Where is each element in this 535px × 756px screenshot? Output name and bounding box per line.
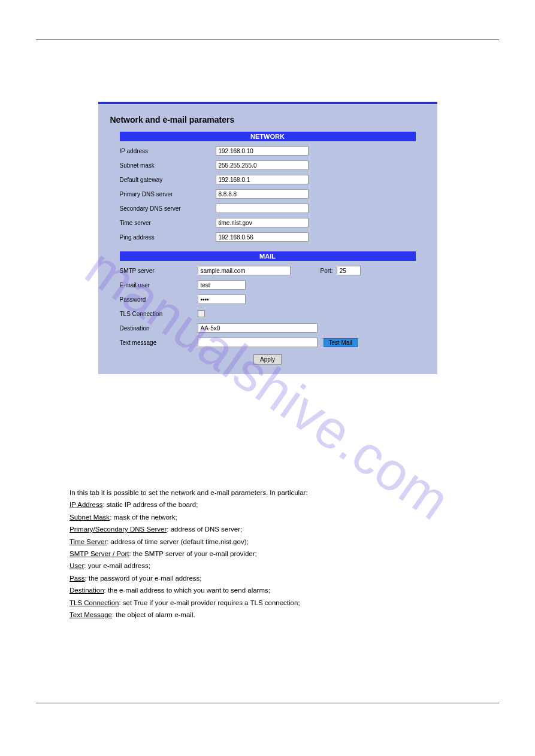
row-ip: IP address bbox=[120, 145, 416, 157]
desc-item-8: TLS Connection: set True if your e-mail … bbox=[69, 597, 481, 608]
section-network-bar: NETWORK bbox=[120, 132, 416, 141]
text-input[interactable] bbox=[198, 338, 318, 347]
description-block: In this tab it is possible to set the ne… bbox=[69, 487, 481, 621]
desc-t-4: : the SMTP server of your e-mail provide… bbox=[129, 550, 256, 557]
desc-t-1: : mask of the network; bbox=[110, 514, 177, 521]
desc-u-1: Subnet Mask bbox=[69, 514, 110, 521]
top-rule bbox=[36, 40, 499, 40]
smtp-input[interactable] bbox=[198, 266, 291, 275]
ping-input[interactable] bbox=[216, 232, 309, 242]
row-text: Text message Test Mail bbox=[120, 336, 416, 348]
row-time: Time server bbox=[120, 217, 416, 229]
pdns-label: Primary DNS server bbox=[120, 191, 198, 198]
row-subnet: Subnet mask bbox=[120, 159, 416, 171]
desc-t-0: : static IP address of the board; bbox=[102, 501, 198, 508]
desc-t-6: : the password of your e-mail address; bbox=[85, 575, 202, 582]
ping-label: Ping address bbox=[120, 234, 198, 241]
tls-label: TLS Connection bbox=[120, 311, 198, 317]
desc-u-0: IP Address bbox=[69, 501, 102, 508]
tls-checkbox[interactable] bbox=[198, 310, 205, 317]
ip-input[interactable] bbox=[216, 146, 309, 156]
smtp-label: SMTP server bbox=[120, 268, 198, 274]
gateway-label: Default gateway bbox=[120, 177, 198, 183]
gateway-input[interactable] bbox=[216, 175, 309, 184]
desc-item-5: User: your e-mail address; bbox=[69, 560, 481, 571]
pass-label: Password bbox=[120, 296, 198, 303]
pass-input[interactable] bbox=[198, 294, 246, 304]
desc-item-7: Destination: the e-mail address to which… bbox=[69, 585, 481, 596]
desc-u-4: SMTP Server / Port bbox=[69, 550, 129, 557]
desc-u-6: Pass bbox=[69, 575, 85, 582]
pdns-input[interactable] bbox=[216, 189, 309, 199]
subnet-input[interactable] bbox=[216, 160, 309, 170]
sdns-label: Secondary DNS server bbox=[120, 205, 198, 212]
user-input[interactable] bbox=[198, 280, 246, 290]
dest-input[interactable] bbox=[198, 323, 318, 333]
row-smtp: SMTP server Port: bbox=[120, 265, 416, 277]
desc-u-7: Destination bbox=[69, 587, 104, 594]
desc-item-9: Text Message: the object of alarm e-mail… bbox=[69, 609, 481, 620]
desc-item-4: SMTP Server / Port: the SMTP server of y… bbox=[69, 548, 481, 559]
row-tls: TLS Connection bbox=[120, 308, 416, 320]
ip-label: IP address bbox=[120, 148, 198, 154]
port-label: Port: bbox=[321, 268, 333, 274]
bottom-rule bbox=[36, 703, 499, 703]
testmail-button[interactable]: Test Mail bbox=[324, 338, 358, 347]
desc-t-9: : the object of alarm e-mail. bbox=[112, 611, 195, 618]
desc-item-3: Time Server: address of time server (def… bbox=[69, 536, 481, 547]
desc-t-7: : the e-mail address to which you want t… bbox=[104, 587, 270, 594]
apply-row: Apply bbox=[110, 354, 425, 365]
embedded-screenshot: Network and e-mail paramaters NETWORK IP… bbox=[98, 102, 437, 374]
desc-t-5: : your e-mail address; bbox=[84, 562, 150, 569]
port-input[interactable] bbox=[337, 266, 361, 275]
desc-item-6: Pass: the password of your e-mail addres… bbox=[69, 573, 481, 584]
page-content: Network and e-mail paramaters NETWORK IP… bbox=[36, 48, 499, 696]
desc-t-2: : address of DNS server; bbox=[167, 526, 242, 533]
row-dest: Destination bbox=[120, 322, 416, 334]
desc-t-3: : address of time server (default time.n… bbox=[107, 538, 248, 545]
time-input[interactable] bbox=[216, 218, 309, 227]
row-user: E-mail user bbox=[120, 279, 416, 291]
desc-u-5: User bbox=[69, 562, 84, 569]
desc-t-8: : set True if your e-mail provider requi… bbox=[119, 599, 300, 606]
section-mail-bar: MAIL bbox=[120, 251, 416, 261]
desc-u-9: Text Message bbox=[69, 611, 112, 618]
desc-item-2: Primary/Secondary DNS Server: address of… bbox=[69, 524, 481, 535]
apply-button[interactable]: Apply bbox=[253, 354, 282, 365]
dest-label: Destination bbox=[120, 325, 198, 332]
desc-item-0: IP Address: static IP address of the boa… bbox=[69, 499, 481, 510]
time-label: Time server bbox=[120, 220, 198, 226]
panel-title: Network and e-mail paramaters bbox=[110, 115, 425, 125]
subnet-label: Subnet mask bbox=[120, 162, 198, 169]
row-sdns: Secondary DNS server bbox=[120, 202, 416, 214]
row-pdns: Primary DNS server bbox=[120, 188, 416, 200]
sdns-input[interactable] bbox=[216, 204, 309, 213]
ui-panel: Network and e-mail paramaters NETWORK IP… bbox=[98, 102, 437, 374]
row-pass: Password bbox=[120, 293, 416, 305]
desc-item-1: Subnet Mask: mask of the network; bbox=[69, 512, 481, 523]
desc-intro: In this tab it is possible to set the ne… bbox=[69, 487, 481, 498]
row-gateway: Default gateway bbox=[120, 174, 416, 186]
user-label: E-mail user bbox=[120, 282, 198, 289]
desc-u-2: Primary/Secondary DNS Server bbox=[69, 526, 167, 533]
desc-u-3: Time Server bbox=[69, 538, 107, 545]
desc-u-8: TLS Connection bbox=[69, 599, 119, 606]
row-ping: Ping address bbox=[120, 231, 416, 243]
text-label: Text message bbox=[120, 339, 198, 346]
